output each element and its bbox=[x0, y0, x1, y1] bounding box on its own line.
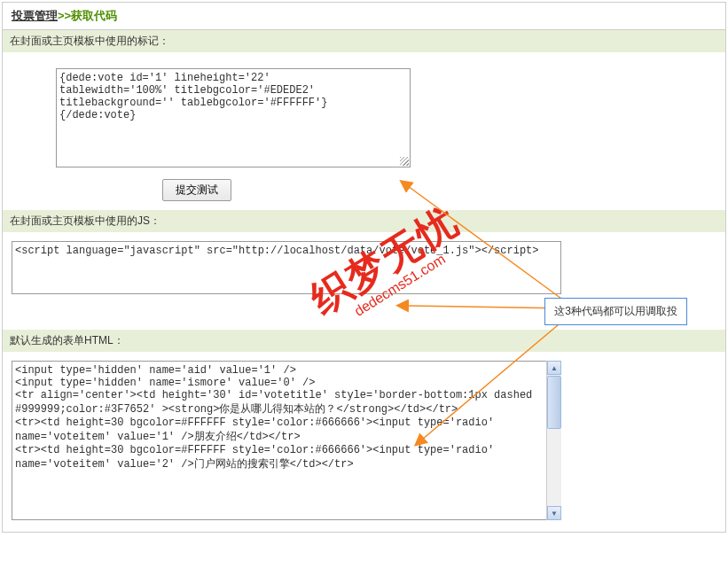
tag-code-textarea[interactable] bbox=[56, 68, 411, 167]
js-code-textarea[interactable] bbox=[12, 241, 561, 294]
breadcrumb-vote-mgmt[interactable]: 投票管理 bbox=[12, 9, 58, 22]
section-js-header: 在封面或主页模板中使用的JS： bbox=[3, 210, 725, 232]
submit-test-button[interactable]: 提交测试 bbox=[162, 179, 231, 201]
section-html-body: ▲ ▼ bbox=[3, 352, 725, 532]
breadcrumb: 投票管理>>获取代码 bbox=[3, 3, 725, 30]
scrollbar[interactable]: ▲ ▼ bbox=[546, 361, 561, 520]
main-panel: 投票管理>>获取代码 在封面或主页模板中使用的标记： 提交测试 在封面或主页模板… bbox=[2, 2, 726, 533]
breadcrumb-current: 获取代码 bbox=[71, 9, 117, 22]
annotation-callout: 这3种代码都可以用调取投 bbox=[544, 298, 687, 325]
scroll-down-button[interactable]: ▼ bbox=[547, 506, 561, 520]
scroll-thumb[interactable] bbox=[547, 376, 561, 429]
section-tag-header: 在封面或主页模板中使用的标记： bbox=[3, 30, 725, 52]
scroll-up-button[interactable]: ▲ bbox=[547, 361, 561, 375]
breadcrumb-sep: >> bbox=[58, 9, 71, 22]
html-code-textarea[interactable] bbox=[12, 361, 561, 520]
section-html-header: 默认生成的表单HTML： bbox=[3, 330, 725, 352]
section-tag-body: 提交测试 bbox=[3, 52, 725, 210]
